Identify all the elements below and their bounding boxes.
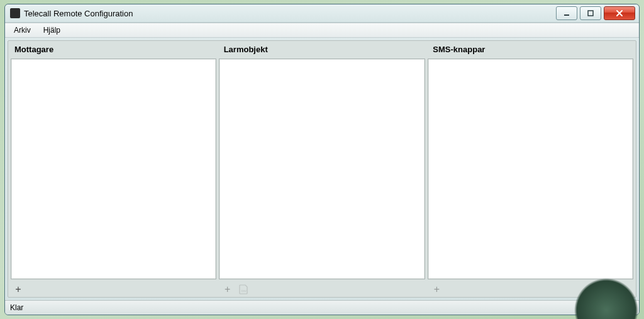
csv-file-icon: csv (238, 284, 250, 294)
content-area: Mottagare Larmobjekt SMS-knappar + + csv (8, 40, 636, 298)
close-button[interactable] (604, 6, 635, 20)
toolbar-sms: + (426, 282, 636, 297)
statusbar: Klar (5, 300, 639, 315)
toolbar-larmobjekt: + csv (218, 282, 427, 297)
pane-sms-knappar[interactable] (428, 59, 633, 279)
panes (8, 59, 636, 282)
minimize-icon (563, 9, 570, 17)
menu-hjalp[interactable]: Hjälp (38, 25, 65, 36)
app-icon (10, 8, 20, 18)
toolbar-mottagare: + (8, 282, 218, 297)
menubar: Arkiv Hjälp (5, 23, 639, 38)
window-title: Telecall Remote Configuration (24, 9, 133, 18)
close-icon (615, 9, 624, 17)
add-mottagare-button[interactable]: + (12, 283, 25, 296)
pane-toolbars: + + csv + (8, 282, 636, 297)
maximize-button[interactable] (580, 6, 601, 20)
column-headers: Mottagare Larmobjekt SMS-knappar (8, 41, 636, 59)
menu-arkiv[interactable]: Arkiv (9, 25, 36, 36)
svg-rect-1 (588, 11, 593, 16)
add-sms-button[interactable]: + (430, 283, 443, 296)
header-larmobjekt: Larmobjekt (218, 41, 427, 59)
maximize-icon (587, 9, 594, 17)
app-window: Telecall Remote Configuration Arkiv Hjäl… (4, 4, 640, 315)
status-text: Klar (10, 303, 23, 312)
pane-larmobjekt[interactable] (219, 59, 425, 279)
minimize-button[interactable] (556, 6, 577, 20)
titlebar[interactable]: Telecall Remote Configuration (5, 4, 639, 23)
header-sms-knappar: SMS-knappar (426, 41, 636, 59)
header-mottagare: Mottagare (8, 41, 218, 59)
svg-text:csv: csv (241, 289, 247, 293)
svg-rect-0 (564, 14, 569, 16)
pane-mottagare[interactable] (11, 59, 216, 279)
add-larmobjekt-button[interactable]: + (221, 283, 234, 296)
import-csv-button[interactable]: csv (238, 283, 250, 296)
